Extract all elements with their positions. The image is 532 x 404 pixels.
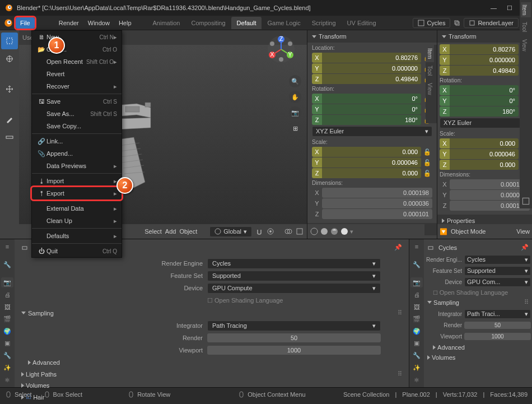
tool-measure[interactable]	[1, 129, 18, 146]
modifier-icon[interactable]: 🔧	[1, 351, 13, 361]
loc-z[interactable]: 0.49840	[322, 74, 421, 84]
disclose-advanced[interactable]	[28, 360, 31, 365]
file-menu-savecopy[interactable]: Save Copy...	[32, 120, 122, 132]
prop-edit-icon[interactable]	[267, 227, 274, 235]
file-menu-quit[interactable]: ⏻QuitCtrl Q	[32, 245, 122, 257]
rot2-y[interactable]: 0°	[450, 96, 519, 106]
xray-icon[interactable]	[296, 227, 304, 235]
disclose-sampling[interactable]	[21, 312, 26, 314]
scale-z[interactable]: 0.000	[322, 168, 421, 178]
zoom-icon[interactable]: 🔍	[289, 75, 301, 87]
loc-x[interactable]: 0.80276	[322, 53, 421, 63]
tab-scripting[interactable]: Scripting	[306, 17, 342, 29]
file-menu-openrecent[interactable]: Open RecentShift Ctrl O▸	[32, 55, 122, 68]
file-menu-cleanup[interactable]: Clean Up▸	[32, 215, 122, 227]
select-menu[interactable]: Select	[144, 228, 162, 235]
copy-icon[interactable]	[454, 20, 460, 26]
file-menu-recover[interactable]: Recover▸	[32, 80, 122, 92]
rot2-z[interactable]: 180°	[450, 106, 519, 117]
dim2-y[interactable]: 0.000036	[450, 190, 530, 200]
maximize-button[interactable]: ☐	[507, 4, 512, 12]
file-menu-externaldata[interactable]: External Data▸	[32, 202, 122, 215]
physics-icon[interactable]: ⚛	[1, 375, 13, 385]
file-menu-defaults[interactable]: Defaults▸	[32, 230, 122, 242]
menu-file[interactable]: File	[16, 17, 35, 29]
feature-select-r[interactable]: Supported▾	[464, 266, 531, 276]
tab-tool-r[interactable]: Tool	[521, 20, 531, 34]
scale2-y[interactable]: 0.000046	[450, 149, 519, 159]
file-menu-save[interactable]: 🖫SaveCtrl S	[32, 95, 122, 108]
persp-toggle-icon[interactable]: ⊞	[289, 122, 301, 134]
disclose-transform[interactable]	[312, 35, 316, 38]
engine-select-r[interactable]: Cycles▾	[464, 255, 531, 264]
disclose-props2[interactable]	[442, 219, 445, 223]
feature-select[interactable]: Supported▾	[207, 271, 381, 281]
scene-selector[interactable]: Cycles	[413, 18, 450, 28]
disclose-lightpaths[interactable]	[21, 372, 24, 377]
modifier-icon-r[interactable]: 🔧	[410, 351, 423, 361]
particle-icon-r[interactable]: ✨	[410, 363, 423, 373]
overlay-icon[interactable]	[284, 227, 292, 235]
pin-icon[interactable]: 📌	[394, 244, 402, 251]
tab-item[interactable]: Item	[426, 45, 434, 62]
obj-props-icon[interactable]: ▣	[1, 338, 13, 349]
disclose-sampling-r[interactable]	[427, 301, 432, 304]
tab-view-r[interactable]: View	[521, 37, 531, 54]
menu-render[interactable]: Render	[54, 17, 83, 29]
area-icon[interactable]	[521, 196, 531, 206]
tab-tool[interactable]: Tool	[426, 62, 434, 79]
viewlayer-icon[interactable]: 🖼	[1, 302, 13, 312]
tab-gamelogic[interactable]: Game Logic	[262, 17, 306, 29]
snap-icon[interactable]	[255, 227, 263, 235]
tab-item-r[interactable]: Item	[521, 2, 531, 17]
disclose-transform2[interactable]	[442, 35, 446, 38]
viewlayer-icon-r[interactable]: 🖼	[410, 302, 423, 312]
lock-icon[interactable]: 🔓	[422, 148, 432, 156]
viewport-samples-value[interactable]: 1000	[207, 346, 381, 355]
scale-y[interactable]: 0.000046	[322, 157, 421, 168]
render-props-icon[interactable]: 📷	[1, 277, 13, 287]
engine-select[interactable]: Cycles▾	[207, 258, 381, 269]
file-menu-datapreviews[interactable]: Data Previews▸	[32, 160, 122, 172]
file-menu-export[interactable]: ⭱Export▸	[32, 187, 122, 199]
world-props-icon-r[interactable]: 🌍	[410, 326, 423, 336]
shading-render-icon[interactable]	[340, 227, 349, 236]
objmode-label[interactable]: Object Mode	[451, 228, 486, 235]
dim-x[interactable]: 0.000198	[322, 188, 432, 198]
objmode-icon[interactable]: 🔽	[440, 228, 447, 235]
shading-solid-icon[interactable]	[320, 227, 329, 236]
loc2-y[interactable]: 0.000000	[450, 55, 519, 65]
tab-compositing[interactable]: Compositing	[185, 17, 231, 29]
viewport-val-r[interactable]: 1000	[464, 333, 531, 340]
osl-r[interactable]: ☐ Open Shading Language	[425, 288, 531, 297]
options-icon[interactable]: ⠿	[398, 309, 402, 317]
tool-icon[interactable]: 🔧	[1, 259, 13, 270]
obj-props-icon-r[interactable]: ▣	[410, 338, 423, 349]
output-props-icon[interactable]: 🖨	[1, 290, 13, 300]
dim2-x[interactable]: 0.000198	[450, 179, 530, 189]
rot-y[interactable]: 0°	[322, 104, 421, 114]
tab-uv[interactable]: UV Editing	[342, 17, 382, 29]
lock-icon[interactable]: 🔓	[422, 170, 432, 177]
dim-z[interactable]: 0.000101	[322, 209, 432, 219]
render-props-icon-r[interactable]: 📷	[410, 277, 423, 287]
tool-cursor[interactable]	[1, 50, 18, 67]
file-menu-import[interactable]: ⭳Import▸	[32, 175, 122, 187]
integrator-select-r[interactable]: Path Traci...▾	[464, 309, 531, 319]
menu-window[interactable]: Window	[83, 17, 114, 29]
scene-props-icon[interactable]: 🎬	[1, 314, 13, 324]
rot2-x[interactable]: 0°	[450, 85, 519, 95]
file-menu-append[interactable]: 📎Append...	[32, 147, 122, 160]
rot-z[interactable]: 180°	[322, 115, 421, 125]
osl-label[interactable]: ☐ Open Shading Language	[207, 297, 283, 304]
loc2-z[interactable]: 0.49840	[450, 66, 519, 76]
world-props-icon[interactable]: 🌍	[1, 326, 13, 336]
editor-type-icon[interactable]: ≡	[1, 242, 13, 252]
physics-icon-r[interactable]: ⚛	[410, 375, 423, 385]
orientation-dropdown[interactable]: Global ▾	[209, 226, 252, 237]
lock-icon[interactable]: 🔓	[422, 159, 432, 166]
render-val-r[interactable]: 50	[464, 322, 531, 329]
move-view-icon[interactable]: ✋	[289, 91, 301, 103]
euler-dropdown2[interactable]: XYZ Euler▾	[440, 118, 530, 128]
scale-x[interactable]: 0.000	[322, 147, 421, 157]
